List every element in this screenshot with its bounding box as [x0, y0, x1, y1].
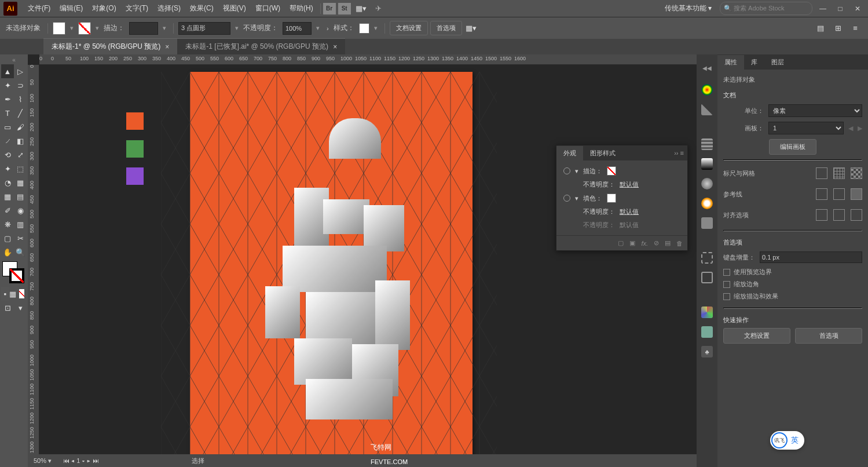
- menu-help[interactable]: 帮助(H): [285, 1, 318, 16]
- gradient-panel-icon[interactable]: [701, 158, 713, 170]
- line-tool[interactable]: ╱: [14, 106, 27, 120]
- eyedropper-tool[interactable]: ✐: [1, 203, 14, 217]
- edit-artboard-button[interactable]: 编辑画板: [769, 139, 816, 155]
- quick-prefs[interactable]: 首选项: [795, 328, 862, 344]
- color-mode[interactable]: ▪: [1, 287, 9, 301]
- artboard-select[interactable]: 1: [768, 122, 844, 134]
- ruler-icon[interactable]: [816, 167, 827, 179]
- tab-libraries[interactable]: 库: [744, 55, 764, 70]
- scale-corners-cb[interactable]: [723, 281, 730, 288]
- stroke-swatch[interactable]: [78, 22, 91, 35]
- perspective-tool[interactable]: ▦: [14, 176, 27, 189]
- scale-strokes-cb[interactable]: [723, 293, 730, 300]
- hand-tool[interactable]: ✋: [1, 245, 14, 259]
- clear-icon[interactable]: ⊘: [654, 239, 659, 247]
- canvas[interactable]: 5004504003503002502001501005005010015020…: [28, 54, 697, 467]
- menu-file[interactable]: 文件(F): [23, 1, 55, 16]
- grid-icon[interactable]: [833, 167, 845, 179]
- menu-select[interactable]: 选择(S): [153, 1, 185, 16]
- align-selection-icon[interactable]: [816, 209, 827, 221]
- transform-panel-icon[interactable]: [701, 252, 713, 264]
- rectangle-tool[interactable]: ▭: [1, 120, 14, 134]
- panel-menu-icon[interactable]: ≡: [848, 21, 862, 35]
- symbols-panel-icon[interactable]: ♣: [701, 346, 713, 357]
- stroke-profile[interactable]: [178, 22, 230, 35]
- slice-tool[interactable]: ✂: [14, 231, 27, 245]
- visibility-icon[interactable]: [563, 167, 570, 174]
- tab-properties[interactable]: 属性: [717, 55, 744, 70]
- fx-icon[interactable]: fx.: [641, 240, 648, 247]
- ruler-vertical[interactable]: 0501001502002503003504004505005506006507…: [28, 65, 39, 459]
- shape-builder-tool[interactable]: ◔: [1, 176, 14, 189]
- mesh-tool[interactable]: ▦: [1, 189, 14, 203]
- menu-window[interactable]: 窗口(W): [251, 1, 285, 16]
- zoom-tool[interactable]: 🔍: [14, 245, 27, 259]
- free-transform-tool[interactable]: ⬚: [14, 162, 27, 176]
- gpu-icon[interactable]: ✈: [372, 2, 386, 16]
- direct-select-tool[interactable]: ▷: [14, 64, 27, 78]
- pen-tool[interactable]: ✒: [1, 92, 14, 106]
- window-maximize[interactable]: □: [833, 3, 847, 14]
- delete-icon[interactable]: 🗑: [676, 240, 683, 247]
- preview-bounds-cb[interactable]: [723, 269, 730, 276]
- quick-doc-setup[interactable]: 文档设置: [723, 328, 790, 344]
- symbol-sprayer-tool[interactable]: ❋: [1, 217, 14, 231]
- workspace-selector[interactable]: 传统基本功能 ▾: [660, 1, 716, 16]
- menu-view[interactable]: 视图(V): [218, 1, 251, 16]
- opacity-input[interactable]: [283, 22, 312, 35]
- stroke-panel-icon[interactable]: [701, 138, 713, 150]
- menu-object[interactable]: 对象(O): [87, 1, 120, 16]
- prefs-button[interactable]: 首选项: [430, 21, 462, 35]
- curvature-tool[interactable]: ⌇: [14, 92, 27, 106]
- doc-setup-button[interactable]: 文档设置: [390, 21, 428, 35]
- close-icon[interactable]: ×: [333, 43, 337, 51]
- transform-icon[interactable]: ⊞: [831, 21, 845, 35]
- visibility-icon[interactable]: [563, 195, 570, 202]
- shaper-tool[interactable]: ⟋: [1, 134, 14, 148]
- type-tool[interactable]: T: [1, 106, 14, 120]
- tab-graphic-styles[interactable]: 图形样式: [583, 146, 622, 160]
- transparency-panel-icon[interactable]: [701, 178, 713, 189]
- gradient-tool[interactable]: ▤: [14, 189, 27, 203]
- new-fill-icon[interactable]: ▣: [629, 239, 635, 247]
- blend-tool[interactable]: ◉: [14, 203, 27, 217]
- menu-edit[interactable]: 编辑(E): [55, 1, 87, 16]
- none-mode[interactable]: [19, 289, 24, 298]
- swatches-panel-icon[interactable]: [701, 307, 713, 318]
- scale-tool[interactable]: ⤢: [14, 148, 27, 162]
- gradient-mode[interactable]: ▦: [9, 287, 17, 301]
- align-icon[interactable]: ▦▾: [464, 21, 478, 35]
- doc-tab-1[interactable]: 未标题-1* @ 50% (RGB/GPU 预览)×: [43, 38, 177, 54]
- rotate-tool[interactable]: ⟲: [1, 148, 14, 162]
- prev-artboard[interactable]: ◀: [848, 125, 853, 132]
- eraser-tool[interactable]: ◧: [14, 134, 27, 148]
- tab-appearance[interactable]: 外观: [556, 146, 583, 160]
- window-minimize[interactable]: —: [816, 3, 830, 14]
- color-guide-icon[interactable]: [701, 104, 713, 115]
- new-stroke-icon[interactable]: ▢: [618, 239, 624, 247]
- style-swatch[interactable]: [359, 23, 369, 34]
- align-artboard-icon[interactable]: [851, 209, 862, 221]
- align-panel-icon[interactable]: [701, 272, 713, 283]
- close-icon[interactable]: ×: [165, 43, 169, 51]
- brushes-panel-icon[interactable]: [701, 326, 713, 338]
- doc-tab-2[interactable]: 未标题-1 [已恢复].ai* @ 50% (RGB/GPU 预览)×: [177, 38, 345, 54]
- key-increment-input[interactable]: [760, 251, 862, 263]
- stock-icon[interactable]: St: [338, 3, 351, 14]
- screen-mode-full[interactable]: ▾: [14, 301, 27, 315]
- ime-indicator[interactable]: 讯飞 英: [770, 431, 804, 450]
- graph-tool[interactable]: ▥: [14, 217, 27, 231]
- screen-mode[interactable]: ⊡: [1, 301, 14, 315]
- ruler-horizontal[interactable]: 5004504003503002502001501005005010015020…: [39, 54, 697, 65]
- bridge-icon[interactable]: Br: [323, 3, 336, 14]
- duplicate-icon[interactable]: ▤: [665, 239, 671, 247]
- snap-icon[interactable]: [851, 188, 862, 200]
- window-close[interactable]: ✕: [851, 3, 865, 14]
- guides-icon[interactable]: [816, 188, 827, 200]
- tab-layers[interactable]: 图层: [764, 55, 791, 70]
- menu-type[interactable]: 文字(T): [121, 1, 153, 16]
- menu-effect[interactable]: 效果(C): [185, 1, 218, 16]
- smart-guides-icon[interactable]: [833, 188, 845, 200]
- magic-wand-tool[interactable]: ✦: [1, 78, 14, 92]
- unit-select[interactable]: 像素: [768, 104, 862, 117]
